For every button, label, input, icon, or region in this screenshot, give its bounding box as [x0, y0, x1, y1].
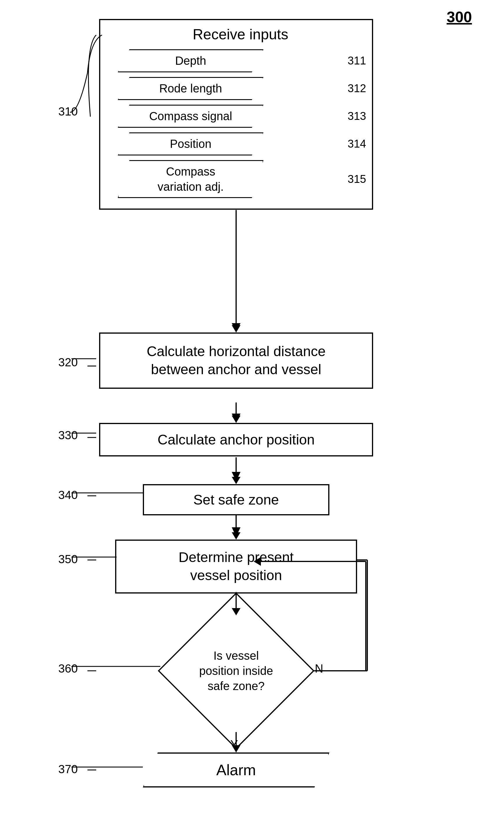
- svg-marker-5: [232, 472, 240, 481]
- ref-330: 330: [58, 429, 78, 442]
- diagram-container: 300: [0, 0, 504, 814]
- ref-360: 360: [58, 662, 78, 675]
- receive-inputs-title: Receive inputs: [118, 26, 363, 43]
- input-depth: Depth: [118, 49, 264, 72]
- svg-marker-7: [232, 527, 240, 537]
- input-compass-signal: Compass signal: [118, 105, 264, 128]
- no-label: N: [315, 662, 323, 675]
- input-position: Position: [118, 132, 264, 155]
- svg-marker-23: [232, 532, 240, 540]
- svg-marker-21: [232, 477, 240, 484]
- input-position-number: 314: [348, 138, 366, 150]
- svg-marker-3: [232, 414, 240, 423]
- input-row-compass: Compass signal 313: [118, 105, 363, 128]
- ref-320: 320: [58, 356, 78, 369]
- input-row-compass-var: Compassvariation adj. 315: [118, 160, 363, 198]
- input-rode-number: 312: [348, 82, 366, 95]
- input-row-rode: Rode length 312: [118, 77, 363, 100]
- receive-inputs-box: Receive inputs Depth 311 Rode length 312…: [99, 19, 373, 210]
- svg-marker-1: [232, 323, 240, 332]
- alarm-box: Alarm: [143, 752, 329, 787]
- ref-310: 310: [58, 105, 78, 118]
- calc-horizontal-box: Calculate horizontal distancebetween anc…: [99, 332, 373, 389]
- input-row-depth: Depth 311: [118, 49, 363, 72]
- yes-label: Y: [230, 738, 238, 751]
- input-rode-length: Rode length: [118, 77, 264, 100]
- svg-marker-17: [232, 325, 240, 332]
- determine-vessel-box: Determine presentvessel position: [115, 540, 357, 594]
- ref-340: 340: [58, 489, 78, 502]
- svg-marker-19: [232, 416, 240, 423]
- input-depth-number: 311: [348, 55, 366, 67]
- ref-370: 370: [58, 763, 78, 776]
- input-compass-variation: Compassvariation adj.: [118, 160, 264, 198]
- input-compass-var-number: 315: [348, 173, 366, 185]
- calc-anchor-box: Calculate anchor position: [99, 423, 373, 457]
- input-row-position: Position 314: [118, 132, 363, 155]
- ref-350: 350: [58, 553, 78, 566]
- input-compass-number: 313: [348, 110, 366, 122]
- diamond-text: Is vesselposition insidesafe zone?: [184, 648, 289, 694]
- diamond-container: Is vesselposition insidesafe zone?: [157, 598, 315, 744]
- set-safe-zone-box: Set safe zone: [143, 484, 329, 515]
- diagram-title-label: 300: [447, 8, 472, 26]
